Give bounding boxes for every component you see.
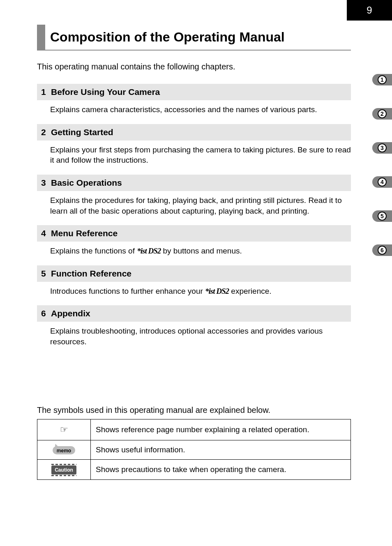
tab-number: 5 [378, 212, 387, 221]
side-tab-2[interactable]: 2 [372, 108, 392, 120]
chapter-heading-3: 3 Basic Operations [37, 175, 351, 191]
side-tabs: 1 2 3 4 5 6 [372, 74, 392, 279]
chapter-body-suffix: experience. [229, 287, 272, 295]
chapter-number: 2 [41, 127, 51, 137]
symbol-icon-cell: Caution [37, 459, 91, 479]
pointing-hand-icon: ☞ [60, 424, 68, 435]
table-row: memo Shows useful information. [37, 440, 351, 459]
side-tab-4[interactable]: 4 [372, 176, 392, 188]
tab-number: 1 [378, 75, 387, 84]
title-accent-bar [37, 25, 45, 50]
symbol-desc: Shows precautions to take when operating… [91, 459, 351, 479]
intro-paragraph: This operating manual contains the follo… [37, 62, 351, 71]
chapter-body-prefix: Explains the functions of [50, 247, 137, 255]
page-number-corner: 9 [347, 0, 392, 21]
chapter-number: 6 [41, 309, 51, 318]
symbol-desc: Shows reference page number explaining a… [91, 419, 351, 440]
tab-number: 3 [378, 143, 387, 152]
chapter-title: Appendix [51, 309, 90, 318]
chapter-body-suffix: by buttons and menus. [161, 247, 242, 255]
page-title: Composition of the Operating Manual [50, 25, 285, 50]
chapter-heading-4: 4 Menu Reference [37, 225, 351, 242]
caution-icon: Caution [51, 465, 76, 475]
symbol-icon-cell: memo [37, 440, 91, 459]
product-model: *ist DS2 [137, 247, 161, 255]
side-tab-1[interactable]: 1 [372, 74, 392, 85]
chapter-title: Function Reference [51, 269, 131, 279]
chapter-heading-2: 2 Getting Started [37, 124, 351, 141]
chapter-body-4: Explains the functions of *ist DS2 by bu… [37, 246, 351, 265]
chapter-title: Getting Started [51, 127, 113, 137]
chapter-title: Menu Reference [51, 228, 118, 238]
table-row: Caution Shows precautions to take when o… [37, 459, 351, 479]
memo-icon: memo [53, 446, 75, 454]
chapter-title: Before Using Your Camera [51, 87, 160, 97]
product-model: *ist DS2 [205, 287, 229, 295]
side-tab-5[interactable]: 5 [372, 210, 392, 222]
tab-number: 6 [378, 246, 387, 255]
symbols-intro: The symbols used in this operating manua… [37, 405, 351, 415]
symbol-desc: Shows useful information. [91, 440, 351, 459]
chapter-title: Basic Operations [51, 178, 122, 188]
chapter-body-5: Introduces functions to further enhance … [37, 286, 351, 306]
chapter-number: 4 [41, 228, 51, 238]
chapter-heading-1: 1 Before Using Your Camera [37, 84, 351, 100]
chapter-body-prefix: Introduces functions to further enhance … [50, 287, 205, 295]
chapter-body-6: Explains troubleshooting, introduces opt… [37, 326, 351, 356]
chapter-heading-6: 6 Appendix [37, 305, 351, 322]
side-tab-3[interactable]: 3 [372, 142, 392, 154]
tab-number: 2 [378, 109, 387, 118]
symbols-table: ☞ Shows reference page number explaining… [37, 419, 351, 480]
chapter-body-3: Explains the procedures for taking, play… [37, 195, 351, 225]
page-title-block: Composition of the Operating Manual [37, 25, 351, 51]
chapter-number: 5 [41, 269, 51, 279]
table-row: ☞ Shows reference page number explaining… [37, 419, 351, 440]
chapter-number: 3 [41, 178, 51, 188]
side-tab-6[interactable]: 6 [372, 244, 392, 256]
symbol-icon-cell: ☞ [37, 419, 91, 440]
chapter-body-2: Explains your first steps from purchasin… [37, 145, 351, 175]
tab-number: 4 [378, 177, 387, 187]
chapter-body-1: Explains camera characteristics, accesso… [37, 104, 351, 124]
chapter-heading-5: 5 Function Reference [37, 265, 351, 282]
chapter-number: 1 [41, 87, 51, 97]
